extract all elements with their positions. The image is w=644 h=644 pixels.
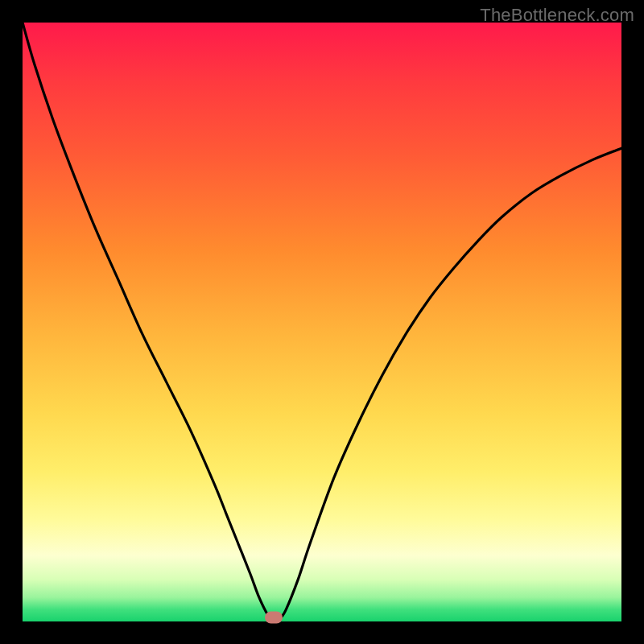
watermark-text: TheBottleneck.com <box>480 5 634 26</box>
plot-area <box>23 23 621 621</box>
chart-frame: TheBottleneck.com <box>0 0 644 644</box>
minimum-marker <box>265 611 283 623</box>
bottleneck-curve <box>23 23 621 621</box>
